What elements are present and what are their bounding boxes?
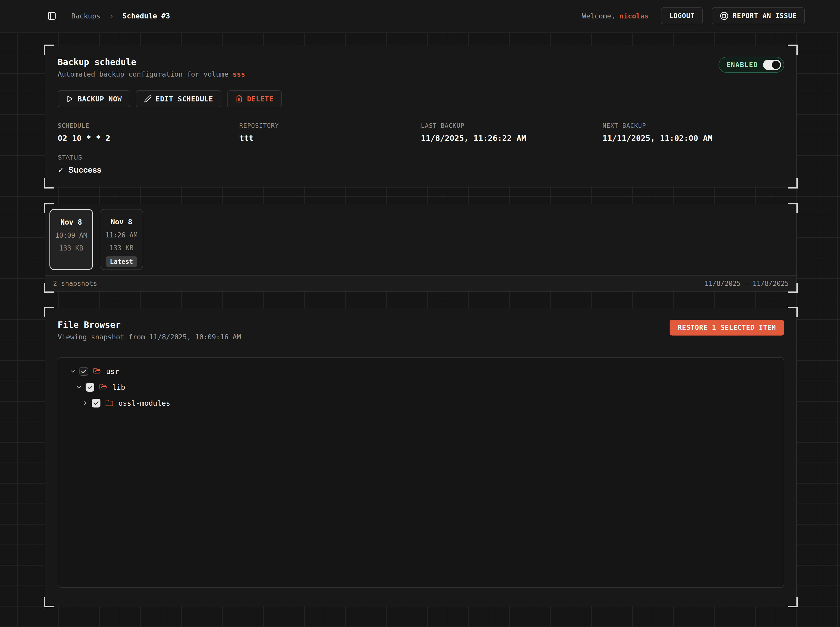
welcome-prefix: Welcome, [582, 12, 615, 20]
corner-bracket [788, 178, 798, 189]
tree-label-ossl-modules: ossl-modules [118, 399, 170, 408]
schedule-card-title: Backup schedule [58, 57, 245, 67]
toggle-knob [772, 61, 780, 69]
panel-left-icon [47, 11, 56, 20]
snapshot-date: Nov 8 [100, 218, 143, 226]
restore-selected-button[interactable]: RESTORE 1 SELECTED ITEM [669, 320, 784, 336]
snapshot-count: 2 snapshots [53, 280, 97, 287]
snapshot-time: 10:09 AM [50, 232, 92, 239]
snapshot-strip: Nov 8 10:09 AM 133 KB Nov 8 11:26 AM 133… [45, 205, 796, 275]
logout-button[interactable]: LOGOUT [661, 8, 703, 24]
folder-closed-icon [105, 399, 114, 407]
snapshot-size: 133 KB [100, 244, 143, 252]
schedule-card-titles: Backup schedule Automated backup configu… [58, 57, 245, 78]
field-next-backup-value: 11/11/2025, 11:02:00 AM [602, 134, 784, 143]
backup-now-label: BACKUP NOW [77, 95, 122, 103]
field-schedule-value: 02 10 * * 2 [58, 134, 239, 143]
enabled-toggle-switch[interactable] [763, 60, 781, 70]
checkbox-ossl-modules[interactable] [92, 399, 101, 408]
snapshot-card-2[interactable]: Nov 8 11:26 AM 133 KB Latest [99, 209, 143, 270]
edit-schedule-label: EDIT SCHEDULE [156, 95, 213, 103]
field-last-backup-label: LAST BACKUP [421, 122, 603, 129]
chevron-right-icon[interactable] [82, 400, 88, 406]
snapshot-time: 11:26 AM [100, 231, 143, 239]
topbar-left: Backups › Schedule #3 [47, 11, 170, 20]
field-schedule: SCHEDULE 02 10 * * 2 [58, 122, 239, 143]
delete-button[interactable]: DELETE [227, 90, 282, 107]
file-browser-title: File Browser [58, 320, 241, 330]
file-browser-titles: File Browser Viewing snapshot from 11/8/… [58, 320, 241, 341]
volume-name: sss [233, 70, 245, 78]
snapshot-card-1[interactable]: Nov 8 10:09 AM 133 KB [49, 209, 93, 270]
breadcrumb-separator: › [109, 11, 114, 20]
corner-bracket [788, 44, 798, 55]
trash-icon [235, 95, 243, 103]
file-browser-card: File Browser Viewing snapshot from 11/8/… [45, 308, 797, 606]
topbar-right: Welcome, nicolas LOGOUT REPORT AN ISSUE [582, 8, 805, 24]
breadcrumb-current-page: Schedule #3 [123, 12, 170, 20]
breadcrumb: Backups › Schedule #3 [71, 11, 170, 20]
corner-bracket [788, 307, 798, 317]
snapshot-size: 133 KB [50, 244, 92, 252]
check-icon: ✓ [58, 165, 64, 175]
edit-schedule-button[interactable]: EDIT SCHEDULE [136, 90, 221, 107]
folder-open-icon [93, 367, 101, 375]
logout-button-label: LOGOUT [669, 12, 695, 20]
field-repository: REPOSITORY ttt [239, 122, 421, 143]
field-last-backup-value: 11/8/2025, 11:26:22 AM [421, 134, 603, 143]
backup-now-button[interactable]: BACKUP NOW [58, 90, 130, 107]
enabled-toggle-pill[interactable]: ENABLED [718, 57, 784, 73]
latest-badge: Latest [106, 257, 137, 267]
field-status-label: STATUS [58, 154, 784, 161]
corner-bracket [44, 44, 54, 55]
field-next-backup: NEXT BACKUP 11/11/2025, 11:02:00 AM [602, 122, 784, 143]
file-tree-panel: usr lib [58, 357, 784, 588]
field-last-backup: LAST BACKUP 11/8/2025, 11:26:22 AM [421, 122, 603, 143]
schedule-fields: SCHEDULE 02 10 * * 2 REPOSITORY ttt LAST… [58, 122, 784, 143]
field-repository-value: ttt [239, 134, 421, 143]
snapshot-date: Nov 8 [50, 218, 92, 227]
tree-label-lib: lib [112, 383, 125, 392]
chevron-down-icon[interactable] [76, 384, 82, 391]
checkbox-lib[interactable] [85, 383, 94, 392]
delete-label: DELETE [247, 95, 274, 103]
field-status: STATUS ✓ Success [58, 154, 784, 175]
checkbox-usr[interactable] [79, 367, 88, 376]
report-issue-button[interactable]: REPORT AN ISSUE [712, 8, 805, 24]
backup-schedule-card: Backup schedule Automated backup configu… [45, 46, 797, 187]
schedule-actions: BACKUP NOW EDIT SCHEDULE DELETE [58, 90, 784, 107]
sidebar-toggle-button[interactable] [47, 11, 56, 20]
corner-bracket [788, 597, 798, 607]
pencil-icon [144, 95, 152, 103]
field-repository-label: REPOSITORY [239, 122, 421, 129]
enabled-label: ENABLED [726, 61, 758, 69]
status-badge: ✓ Success [58, 165, 784, 175]
lifebuoy-icon [720, 11, 728, 20]
field-schedule-label: SCHEDULE [58, 122, 239, 129]
corner-bracket [44, 307, 54, 317]
file-browser-header: File Browser Viewing snapshot from 11/8/… [58, 320, 784, 341]
schedule-card-header: Backup schedule Automated backup configu… [58, 57, 784, 78]
snapshots-footer: 2 snapshots 11/8/2025 – 11/8/2025 [45, 275, 796, 291]
restore-selected-label: RESTORE 1 SELECTED ITEM [678, 324, 776, 331]
snapshot-date-range: 11/8/2025 – 11/8/2025 [704, 280, 789, 287]
file-browser-subtitle: Viewing snapshot from 11/8/2025, 10:09:1… [58, 333, 241, 341]
chevron-down-icon[interactable] [69, 368, 76, 375]
report-issue-label: REPORT AN ISSUE [733, 12, 797, 20]
folder-open-icon [99, 383, 107, 391]
top-bar: Backups › Schedule #3 Welcome, nicolas L… [0, 0, 840, 32]
tree-row-lib[interactable]: lib [64, 379, 777, 395]
username: nicolas [619, 12, 649, 20]
field-next-backup-label: NEXT BACKUP [602, 122, 784, 129]
schedule-card-subtitle: Automated backup configuration for volum… [58, 70, 245, 78]
tree-label-usr: usr [106, 367, 119, 376]
status-value-text: Success [68, 165, 101, 175]
tree-row-usr[interactable]: usr [64, 364, 777, 379]
subtitle-text: Automated backup configuration for volum… [58, 70, 228, 78]
corner-bracket [44, 178, 54, 189]
breadcrumb-backups[interactable]: Backups [71, 12, 101, 20]
welcome-text: Welcome, nicolas [582, 12, 649, 20]
main-content: Backup schedule Automated backup configu… [0, 46, 840, 606]
tree-row-ossl-modules[interactable]: ossl-modules [64, 395, 777, 411]
play-icon [66, 95, 74, 103]
